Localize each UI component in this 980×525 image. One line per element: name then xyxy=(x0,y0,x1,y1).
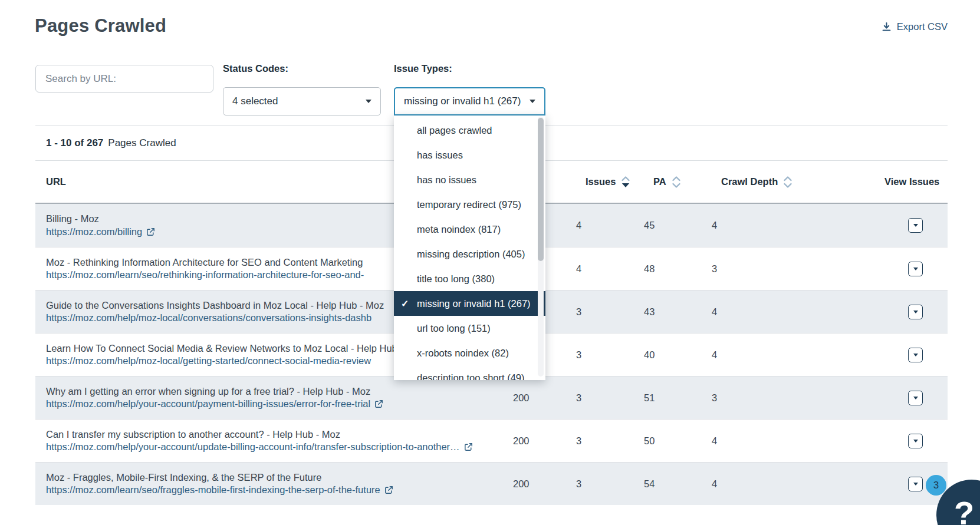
external-link-icon xyxy=(464,443,473,451)
option-label: has no issues xyxy=(417,174,476,186)
option-label: description too short (49) xyxy=(417,372,525,381)
page-url-link[interactable]: https://moz.com/help/moz-local/conversat… xyxy=(46,312,371,324)
chevron-down-icon xyxy=(913,440,918,443)
chevron-down-icon xyxy=(913,311,918,313)
column-header-crawl-depth: Crawl Depth xyxy=(705,175,799,189)
download-icon xyxy=(882,22,892,32)
sort-icon-pa[interactable] xyxy=(671,175,682,189)
pa-value: 51 xyxy=(637,392,705,404)
option-label: has issues xyxy=(417,150,463,161)
table-row: Moz - Fraggles, Mobile-First Indexing, &… xyxy=(35,462,948,505)
status-codes-dropdown[interactable]: 4 selected xyxy=(223,87,381,115)
sort-icon-issues-descending-active[interactable] xyxy=(620,175,631,189)
issue-type-option[interactable]: ✓temporary redirect (975) xyxy=(394,192,545,217)
view-issues-button[interactable] xyxy=(908,391,923,405)
issue-type-option[interactable]: ✓x-robots noindex (82) xyxy=(394,341,545,365)
page-title: Pages Crawled xyxy=(35,15,166,37)
table-row: Why am I getting an error when signing u… xyxy=(35,376,948,419)
issues-value: 3 xyxy=(569,349,637,361)
check-icon: ✓ xyxy=(401,298,409,309)
pa-value: 54 xyxy=(637,478,705,490)
chevron-down-icon xyxy=(913,268,918,270)
status-codes-value: 4 selected xyxy=(232,95,278,107)
page-title-text: Can I transfer my subscription to anothe… xyxy=(46,428,513,441)
view-issues-button[interactable] xyxy=(908,262,923,276)
sort-icon-crawl-depth[interactable] xyxy=(782,175,793,189)
crawl-depth-value: 4 xyxy=(705,478,799,490)
pa-value: 45 xyxy=(637,220,705,231)
issue-types-dropdown[interactable]: missing or invalid h1 (267) xyxy=(394,87,545,115)
crawl-depth-value: 3 xyxy=(705,263,799,275)
option-label: missing or invalid h1 (267) xyxy=(417,298,531,309)
status-code-value: 200 xyxy=(513,478,569,490)
view-issues-button[interactable] xyxy=(908,305,923,319)
view-issues-button[interactable] xyxy=(908,348,923,362)
issues-value: 3 xyxy=(569,306,637,318)
menu-scrollbar[interactable] xyxy=(538,117,544,377)
status-codes-label: Status Codes: xyxy=(223,63,288,74)
pa-value: 48 xyxy=(637,263,705,275)
issue-types-menu: ✓all pages crawled ✓has issues ✓has no i… xyxy=(394,115,545,380)
issue-type-option[interactable]: ✓missing description (405) xyxy=(394,242,545,266)
issue-type-option[interactable]: ✓url too long (151) xyxy=(394,316,545,341)
page-url-link[interactable]: https://moz.com/learn/seo/rethinking-inf… xyxy=(46,269,364,281)
crawl-depth-value: 4 xyxy=(705,435,799,447)
export-csv-button[interactable]: Export CSV xyxy=(882,21,948,32)
pa-value: 40 xyxy=(637,349,705,361)
view-issues-button[interactable] xyxy=(908,218,923,233)
page-title-text: Why am I getting an error when signing u… xyxy=(46,385,513,398)
crawl-depth-value: 4 xyxy=(705,220,799,231)
pa-value: 43 xyxy=(637,306,705,318)
crawl-depth-value: 4 xyxy=(705,349,799,361)
status-code-value: 200 xyxy=(513,392,569,404)
column-header-pa: PA xyxy=(637,175,705,189)
pa-value: 50 xyxy=(637,435,705,447)
search-input[interactable] xyxy=(35,65,213,93)
page-url-link[interactable]: https://moz.com/help/your-account/update… xyxy=(46,441,473,453)
issue-type-option[interactable]: ✓meta noindex (817) xyxy=(394,217,545,242)
question-mark-icon: ? xyxy=(954,494,974,525)
option-label: temporary redirect (975) xyxy=(417,199,521,210)
issues-value: 3 xyxy=(569,392,637,404)
issue-type-option-selected[interactable]: ✓missing or invalid h1 (267) xyxy=(394,291,545,316)
menu-scrollbar-thumb[interactable] xyxy=(538,118,544,261)
issue-type-option[interactable]: ✓has issues xyxy=(394,143,545,167)
chevron-down-icon xyxy=(913,354,918,356)
summary-range: 1 - 10 of 267 xyxy=(46,137,103,149)
summary-label: Pages Crawled xyxy=(108,137,176,149)
issue-type-option[interactable]: ✓all pages crawled xyxy=(394,118,545,143)
external-link-icon xyxy=(384,486,393,494)
issues-value: 3 xyxy=(569,478,637,490)
chevron-down-icon xyxy=(913,224,918,227)
issue-types-label: Issue Types: xyxy=(394,63,452,74)
view-issues-button[interactable] xyxy=(908,477,923,491)
page-url-link[interactable]: https://moz.com/learn/seo/fraggles-mobil… xyxy=(46,484,393,496)
option-label: meta noindex (817) xyxy=(417,224,501,235)
chevron-down-icon xyxy=(913,397,918,399)
issues-value: 3 xyxy=(569,435,637,447)
issues-value: 4 xyxy=(569,220,637,231)
column-header-view-issues: View Issues xyxy=(799,176,948,187)
option-label: all pages crawled xyxy=(417,125,492,136)
external-link-icon xyxy=(374,399,383,408)
table-row: Can I transfer my subscription to anothe… xyxy=(35,419,948,462)
chevron-down-icon xyxy=(530,100,535,103)
crawl-depth-value: 4 xyxy=(705,306,799,318)
issue-type-option[interactable]: ✓has no issues xyxy=(394,167,545,192)
page-url-link[interactable]: https://moz.com/billing xyxy=(46,226,155,238)
crawl-depth-value: 3 xyxy=(705,392,799,404)
view-issues-button[interactable] xyxy=(908,434,923,448)
option-label: title too long (380) xyxy=(417,273,495,285)
page-url-link[interactable]: https://moz.com/help/moz-local/getting-s… xyxy=(46,355,371,367)
issue-type-option[interactable]: ✓title too long (380) xyxy=(394,266,545,291)
chevron-down-icon xyxy=(913,483,918,486)
external-link-icon xyxy=(146,227,155,236)
export-csv-label: Export CSV xyxy=(897,21,948,32)
issue-type-option[interactable]: ✓description too short (49) xyxy=(394,365,545,380)
page-url-link[interactable]: https://moz.com/help/your-account/paymen… xyxy=(46,398,383,410)
option-label: url too long (151) xyxy=(417,323,491,334)
page-title-text: Moz - Fraggles, Mobile-First Indexing, &… xyxy=(46,471,513,484)
column-header-issues: Issues xyxy=(569,175,637,189)
option-label: missing description (405) xyxy=(417,249,525,260)
notification-badge: 3 xyxy=(926,475,946,496)
